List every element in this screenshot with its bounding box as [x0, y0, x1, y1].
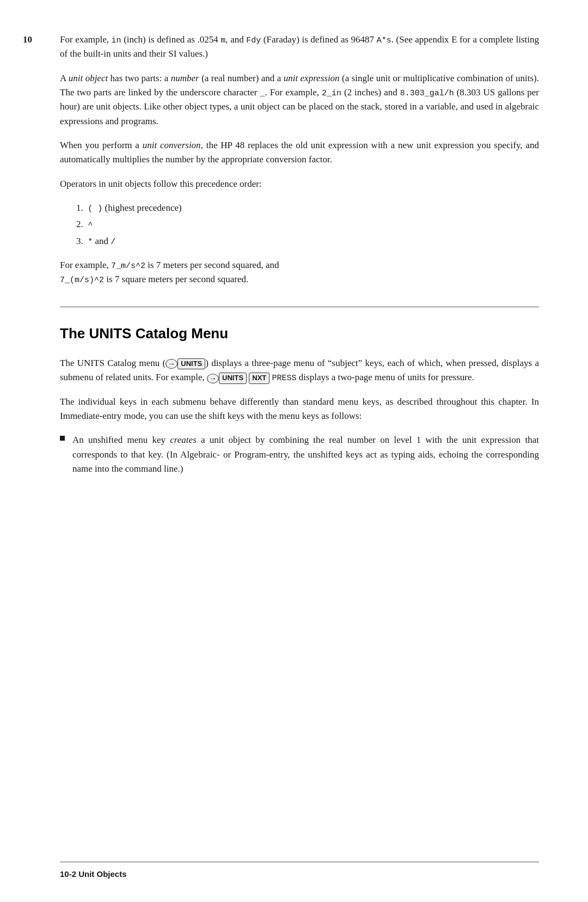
page-footer: 10-2 Unit Objects: [60, 862, 539, 880]
precedence-list: 1. ( ) (highest precedence) 2. ^ 3. * an…: [76, 201, 539, 248]
arrow-key-2: →: [207, 374, 219, 383]
list-num-1: 1.: [76, 203, 83, 213]
code-m: m: [220, 36, 225, 45]
paragraph-5: For example, 7_m/s^2 is 7 meters per sec…: [60, 258, 539, 287]
bullet-text-1: An unshifted menu key creates a unit obj…: [72, 433, 539, 476]
bullet-item-1: An unshifted menu key creates a unit obj…: [60, 433, 539, 476]
code-div: /: [111, 237, 115, 247]
paragraph-3: When you perform a unit conversion, the …: [60, 138, 539, 167]
units-key-1: UNITS: [177, 358, 205, 369]
paragraph-2: A unit object has two parts: a number (a…: [60, 71, 539, 129]
term-number: number: [171, 73, 199, 83]
code-press: PRESS: [272, 374, 297, 383]
section-number: 10: [23, 33, 32, 47]
units-key-2: UNITS: [219, 373, 247, 383]
term-unit-expression: unit expression: [284, 73, 340, 83]
paragraph-1: For example, in (inch) is defined as .02…: [60, 33, 539, 62]
code-as: A*s: [377, 36, 391, 45]
code-caret: ^: [88, 221, 93, 230]
section-divider: [60, 307, 539, 307]
term-unit-conversion: unit conversion: [143, 140, 201, 150]
code-mult-div: *: [88, 237, 93, 247]
units-catalog-para-2: The individual keys in each submenu beha…: [60, 395, 539, 424]
footer-text: 10-2 Unit Objects: [60, 869, 127, 879]
code-parens: ( ): [88, 204, 102, 214]
bullet-list: An unshifted menu key creates a unit obj…: [60, 433, 539, 476]
bullet-icon: [60, 436, 65, 441]
section-heading: The UNITS Catalog Menu: [60, 322, 539, 344]
list-num-3: 3.: [76, 236, 83, 246]
code-example1: 7_m/s^2: [111, 261, 145, 271]
nxt-key: NXT: [249, 373, 270, 383]
list-num-2: 2.: [76, 219, 83, 229]
list-item-1: 1. ( ) (highest precedence): [76, 201, 539, 215]
units-catalog-para-1: The UNITS Catalog menu (→UNITS) displays…: [60, 356, 539, 385]
code-gal: 8.303_gal/h: [400, 89, 454, 98]
paragraph-4: Operators in unit objects follow this pr…: [60, 177, 539, 191]
page: 10 For example, in (inch) is defined as …: [0, 0, 588, 902]
arrow-key-1: →: [166, 359, 177, 369]
term-creates: creates: [170, 435, 196, 445]
code-underscore: _: [260, 89, 265, 98]
code-in: in: [112, 36, 121, 45]
list-item-3: 3. * and /: [76, 234, 539, 248]
code-fdy: Fdy: [246, 36, 261, 45]
term-unit-object: unit object: [69, 73, 108, 83]
list-item-2: 2. ^: [76, 217, 539, 231]
code-2in: 2_in: [322, 89, 341, 98]
code-example2: 7_(m/s)^2: [60, 276, 104, 285]
